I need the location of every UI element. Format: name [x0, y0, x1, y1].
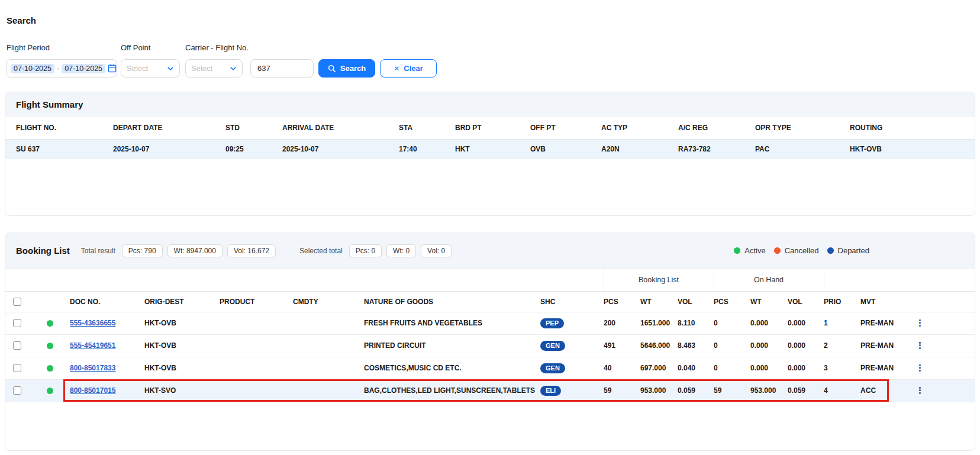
row-actions-cell: ⋮ — [911, 379, 975, 402]
flight-summary-column-header: ARRIVAL DATE — [282, 117, 399, 139]
date-from-value[interactable]: 07-10-2025 — [11, 64, 54, 73]
flight-summary-header: Flight Summary — [5, 92, 975, 117]
flight-no-input[interactable] — [250, 59, 314, 78]
shc-cell: ELI — [540, 379, 604, 402]
product-cell — [220, 334, 293, 357]
prio-cell: 1 — [824, 312, 860, 334]
on-hand-wt-cell: 0.000 — [750, 357, 788, 379]
search-button-label: Search — [340, 64, 366, 73]
row-checkbox[interactable] — [13, 386, 21, 395]
clear-button[interactable]: ✕ Clear — [380, 59, 437, 78]
prio-cell: 4 — [824, 379, 860, 402]
off-point-label: Off Point — [121, 43, 150, 52]
flight-summary-column-header: AC TYP — [601, 117, 678, 139]
legend-label: Cancelled — [785, 246, 819, 255]
on-hand-wt-cell: 953.000 — [750, 379, 788, 402]
flight-summary-column-header: ROUTING — [850, 117, 975, 139]
booking-table-group-header-row: Booking List On Hand — [5, 269, 975, 291]
orig-dest-cell: HKT-SVO — [144, 379, 220, 402]
shc-cell: GEN — [540, 357, 604, 379]
status-dot-active-icon — [47, 343, 53, 349]
on-hand-pcs-cell: 0 — [714, 334, 750, 357]
booking-column-header: CMDTY — [293, 291, 364, 312]
orig-dest-cell: HKT-OVB — [144, 334, 220, 357]
row-actions-kebab-icon[interactable]: ⋮ — [915, 385, 924, 395]
flight-summary-column-header: A/C REG — [678, 117, 755, 139]
doc-no-cell: 800-85017015 — [70, 379, 144, 402]
chevron-down-icon — [167, 65, 174, 72]
row-actions-cell: ⋮ — [911, 357, 975, 379]
mvt-cell: PRE-MAN — [860, 357, 911, 379]
on-hand-pcs-cell: 0 — [714, 357, 750, 379]
flight-summary-table: FLIGHT NO.DEPART DATESTDARRIVAL DATESTAB… — [5, 117, 975, 159]
legend-label: Departed — [838, 246, 869, 255]
booking-vol-cell: 8.463 — [678, 334, 714, 357]
mvt-cell: ACC — [860, 379, 911, 402]
shc-badge: GEN — [540, 341, 565, 351]
booking-column-header: PCS — [714, 291, 750, 312]
nature-of-goods-cell: BAG,CLOTHES,LED LIGHT,SUNSCREEN,TABLETS — [364, 379, 540, 402]
flight-summary-title: Flight Summary — [16, 99, 83, 109]
row-checkbox[interactable] — [13, 341, 21, 350]
select-all-checkbox[interactable] — [13, 298, 21, 306]
status-legend: ActiveCancelledDeparted — [734, 246, 975, 255]
booking-column-header: WT — [640, 291, 678, 312]
total-badges: Pcs: 790Wt: 8947.000Vol: 16.672 — [122, 244, 276, 257]
booking-list-table: Booking List On Hand DOC NO.ORIG-DESTPRO… — [5, 269, 975, 402]
status-dot-active-icon — [47, 388, 53, 394]
on-hand-pcs-cell: 0 — [714, 312, 750, 334]
doc-no-link[interactable]: 800-85017015 — [70, 386, 115, 395]
flight-summary-cell: 2025-10-07 — [113, 139, 225, 159]
row-checkbox[interactable] — [13, 319, 21, 327]
doc-no-link[interactable]: 555-43636655 — [70, 319, 115, 327]
doc-no-link[interactable]: 555-45419651 — [70, 341, 115, 350]
booking-row[interactable]: 800-85017833HKT-OVBCOSMETICS,MUSIC CD ET… — [5, 357, 975, 379]
search-icon — [328, 64, 336, 73]
on-hand-wt-cell: 0.000 — [750, 312, 788, 334]
total-badge: Pcs: 790 — [122, 244, 163, 257]
row-checkbox-cell — [5, 334, 29, 357]
shc-cell: PEP — [540, 312, 604, 334]
shc-cell: GEN — [540, 334, 604, 357]
carrier-select[interactable]: Select — [185, 59, 243, 78]
booking-row[interactable]: 800-85017015HKT-SVOBAG,CLOTHES,LED LIGHT… — [5, 379, 975, 402]
doc-no-link[interactable]: 800-85017833 — [70, 364, 115, 372]
booking-column-header: PRODUCT — [220, 291, 293, 312]
status-dot-active-icon — [47, 320, 53, 327]
flight-summary-column-header: DEPART DATE — [113, 117, 225, 139]
flight-summary-cell: A20N — [601, 139, 678, 159]
booking-wt-cell: 697.000 — [640, 357, 678, 379]
off-point-select[interactable]: Select — [121, 59, 180, 78]
row-actions-kebab-icon[interactable]: ⋮ — [915, 363, 924, 373]
flight-summary-column-header: OPR TYPE — [755, 117, 850, 139]
doc-no-cell: 555-43636655 — [70, 312, 144, 334]
row-checkbox[interactable] — [13, 364, 21, 372]
booking-table-header-row: DOC NO.ORIG-DESTPRODUCTCMDTYNATURE OF GO… — [5, 291, 975, 312]
cmdty-cell — [293, 379, 364, 402]
flight-summary-row[interactable]: SU 6372025-10-0709:252025-10-0717:40HKTO… — [5, 139, 975, 159]
product-cell — [220, 312, 293, 334]
nature-of-goods-cell: COSMETICS,MUSIC CD ETC. — [364, 357, 540, 379]
total-badge: Wt: 8947.000 — [167, 244, 223, 257]
search-button[interactable]: Search — [318, 59, 375, 78]
row-actions-kebab-icon[interactable]: ⋮ — [915, 318, 924, 328]
nature-of-goods-cell: FRESH FRUITS AND VEGETABLES — [364, 312, 540, 334]
status-cell — [29, 334, 70, 357]
booking-row[interactable]: 555-43636655HKT-OVBFRESH FRUITS AND VEGE… — [5, 312, 975, 334]
flight-summary-column-header: BRD PT — [455, 117, 530, 139]
cmdty-cell — [293, 312, 364, 334]
booking-column-header: DOC NO. — [70, 291, 144, 312]
row-actions-kebab-icon[interactable]: ⋮ — [915, 340, 924, 350]
booking-list-title: Booking List — [16, 246, 70, 256]
flight-summary-column-header: STA — [399, 117, 455, 139]
booking-pcs-cell: 59 — [604, 379, 640, 402]
calendar-icon[interactable] — [108, 64, 117, 73]
group-header-booking-list: Booking List — [604, 269, 714, 291]
flight-summary-cell: 2025-10-07 — [282, 139, 399, 159]
orig-dest-cell: HKT-OVB — [144, 312, 220, 334]
booking-row[interactable]: 555-45419651HKT-OVBPRINTED CIRCUITGEN491… — [5, 334, 975, 357]
row-checkbox-cell — [5, 357, 29, 379]
date-to-value[interactable]: 07-10-2025 — [62, 64, 105, 73]
booking-column-header: SHC — [540, 291, 604, 312]
flight-period-range-picker[interactable]: 07-10-2025 - 07-10-2025 — [6, 59, 117, 78]
